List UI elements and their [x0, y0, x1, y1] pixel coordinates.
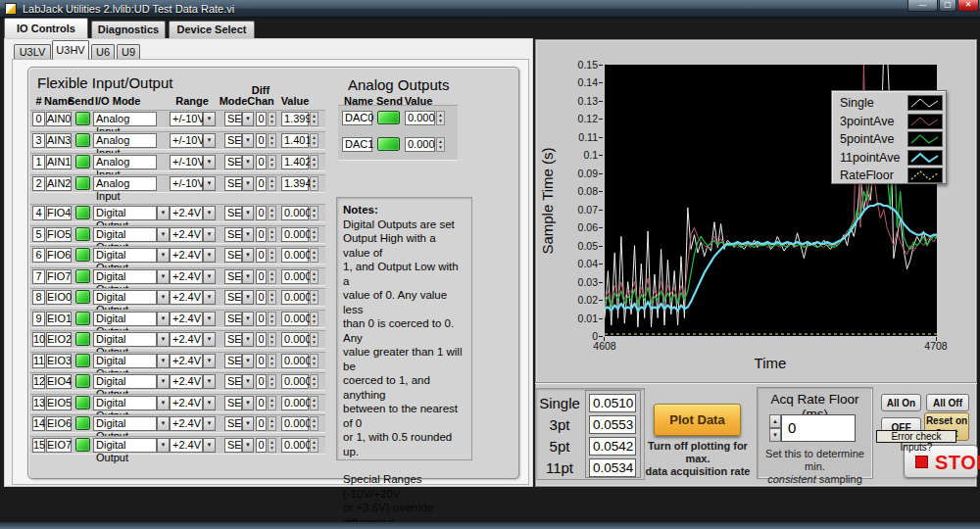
range-select[interactable]: +2.4V [170, 248, 203, 263]
diff-chan-field[interactable]: 0 [256, 155, 267, 169]
diff-chan-field[interactable]: 0 [256, 416, 267, 431]
channel-name-field[interactable]: AIN0 [46, 112, 72, 126]
range-dropdown-icon[interactable]: ▼ [203, 290, 216, 305]
mode-dropdown-icon[interactable]: ▼ [242, 133, 254, 148]
channel-name-field[interactable]: EIO6 [46, 416, 72, 431]
diff-chan-spinner[interactable]: ▲ ▼ [268, 354, 276, 368]
range-select[interactable]: +/-10V [170, 133, 203, 148]
channel-name-field[interactable]: EIO5 [46, 396, 72, 410]
io-mode-select[interactable]: Digital Output [93, 396, 157, 410]
mode-dropdown-icon[interactable]: ▼ [242, 374, 254, 389]
value-spinner[interactable]: ▲ ▼ [310, 354, 318, 368]
mode-select[interactable]: SE [224, 290, 242, 305]
diff-chan-spinner[interactable]: ▲ ▼ [268, 206, 276, 220]
send-led-button[interactable] [75, 227, 90, 241]
range-dropdown-icon[interactable]: ▼ [203, 416, 216, 431]
channel-name-field[interactable]: AIN1 [46, 155, 72, 169]
mode-dropdown-icon[interactable]: ▼ [242, 416, 254, 431]
send-led-button[interactable] [75, 112, 90, 125]
legend-item[interactable]: 5pointAve [832, 130, 946, 148]
all-on-button[interactable]: All On [881, 394, 921, 411]
io-mode-dropdown-icon[interactable]: ▼ [157, 374, 170, 389]
plot-data-button[interactable]: Plot Data [654, 404, 741, 436]
mode-dropdown-icon[interactable]: ▼ [242, 248, 254, 263]
diff-chan-field[interactable]: 0 [256, 176, 267, 191]
send-led-button[interactable] [75, 396, 90, 409]
io-mode-select[interactable]: Digital Output [93, 416, 157, 431]
mode-select[interactable]: SE [224, 227, 242, 242]
send-led-button[interactable] [75, 269, 90, 283]
value-field[interactable]: 0.000 [281, 227, 309, 242]
value-field[interactable]: 0.000 [281, 332, 309, 347]
mode-select[interactable]: SE [224, 332, 242, 347]
diff-chan-field[interactable]: 0 [256, 112, 267, 126]
send-led-button[interactable] [75, 438, 90, 452]
dac-name-field[interactable]: DAC0 [342, 111, 372, 125]
channel-name-field[interactable]: FIO4 [46, 206, 72, 220]
tab-device-select[interactable]: Device Select [169, 21, 255, 38]
diff-chan-spinner[interactable]: ▲ ▼ [268, 416, 276, 431]
channel-name-field[interactable]: EIO0 [46, 290, 72, 305]
mode-select[interactable]: SE [224, 269, 242, 284]
range-dropdown-icon[interactable]: ▼ [203, 248, 216, 263]
value-spinner[interactable]: ▲ ▼ [310, 227, 318, 242]
channel-name-field[interactable]: FIO6 [46, 248, 72, 263]
range-select[interactable]: +2.4V [170, 269, 203, 284]
value-field[interactable]: 1.401 [281, 133, 309, 148]
diff-chan-field[interactable]: 0 [256, 354, 267, 368]
send-led-button[interactable] [75, 176, 90, 190]
all-off-button[interactable]: All Off [926, 394, 969, 411]
tab-u6[interactable]: U6 [91, 44, 115, 60]
range-dropdown-icon[interactable]: ▼ [203, 332, 216, 347]
tab-u3lv[interactable]: U3LV [14, 44, 51, 60]
mode-select[interactable]: SE [224, 133, 242, 148]
legend-item[interactable]: Single [832, 94, 946, 112]
minimize-button[interactable]: — [907, 0, 938, 12]
value-spinner[interactable]: ▲ ▼ [310, 312, 318, 326]
range-dropdown-icon[interactable]: ▼ [203, 206, 216, 220]
range-select[interactable]: +2.4V [170, 206, 203, 220]
mode-select[interactable]: SE [224, 438, 242, 453]
range-dropdown-icon[interactable]: ▼ [203, 227, 216, 242]
mode-dropdown-icon[interactable]: ▼ [242, 396, 254, 410]
channel-name-field[interactable]: FIO7 [46, 269, 72, 284]
value-spinner[interactable]: ▲ ▼ [310, 438, 318, 453]
range-select[interactable]: +/-10V [170, 176, 203, 191]
range-dropdown-icon[interactable]: ▼ [203, 269, 216, 284]
legend-item[interactable]: 11pointAve [832, 149, 946, 167]
range-dropdown-icon[interactable]: ▼ [203, 176, 216, 191]
tab-u3hv[interactable]: U3HV [52, 40, 89, 60]
send-led-button[interactable] [75, 155, 90, 168]
range-dropdown-icon[interactable]: ▼ [203, 312, 216, 326]
value-field[interactable]: 0.000 [281, 354, 309, 368]
value-spinner[interactable]: ▲ ▼ [310, 332, 318, 347]
io-mode-dropdown-icon[interactable]: ▼ [157, 312, 170, 326]
diff-chan-spinner[interactable]: ▲ ▼ [268, 112, 276, 126]
value-field[interactable]: 0.000 [281, 290, 309, 305]
send-led-button[interactable] [75, 133, 90, 147]
tab-io-controls[interactable]: IO Controls [4, 18, 88, 38]
io-mode-select[interactable]: Digital Output [93, 374, 157, 389]
legend-item[interactable]: 3pointAve [832, 113, 946, 130]
send-led-button[interactable] [75, 248, 90, 262]
tab-diagnostics[interactable]: Diagnostics [91, 21, 166, 38]
channel-name-field[interactable]: AIN3 [46, 133, 72, 148]
diff-chan-field[interactable]: 0 [256, 269, 267, 284]
value-spinner[interactable]: ▲ ▼ [310, 133, 318, 148]
value-spinner[interactable]: ▲ ▼ [310, 248, 318, 263]
mode-dropdown-icon[interactable]: ▼ [242, 290, 254, 305]
channel-name-field[interactable]: EIO2 [46, 332, 72, 347]
value-spinner[interactable]: ▲ ▼ [310, 396, 318, 410]
mode-dropdown-icon[interactable]: ▼ [242, 354, 254, 368]
diff-chan-spinner[interactable]: ▲ ▼ [268, 312, 276, 326]
channel-name-field[interactable]: FIO5 [46, 227, 72, 242]
diff-chan-field[interactable]: 0 [256, 438, 267, 453]
range-select[interactable]: +2.4V [170, 396, 203, 410]
range-select[interactable]: +/-10V [170, 155, 203, 169]
io-mode-select[interactable]: Digital Output [93, 248, 157, 263]
io-mode-select[interactable]: Digital Output [93, 269, 157, 284]
value-spinner[interactable]: ▲ ▼ [310, 290, 318, 305]
diff-chan-spinner[interactable]: ▲ ▼ [268, 155, 276, 169]
diff-chan-spinner[interactable]: ▲ ▼ [268, 290, 276, 305]
value-field[interactable]: 1.399 [281, 112, 309, 126]
